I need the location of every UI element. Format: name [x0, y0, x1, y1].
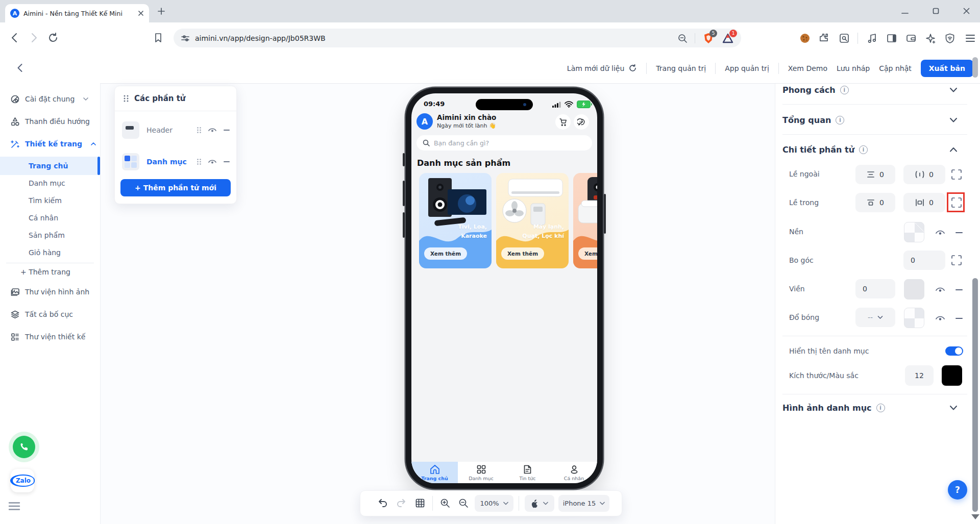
shadow-color-swatch[interactable] — [904, 308, 924, 328]
cart-button[interactable] — [555, 114, 571, 130]
browser-tab[interactable]: A Aimini - Nền tảng Thiết Kế Mini — [5, 4, 149, 22]
radius-expand-icon[interactable] — [951, 255, 962, 266]
back-icon[interactable] — [9, 32, 20, 43]
sidebar-menu-icon[interactable] — [8, 502, 20, 511]
help-button[interactable]: ? — [948, 480, 967, 500]
border-color-swatch[interactable] — [904, 279, 924, 300]
category-card[interactable]: bếp, Xem thêm — [573, 173, 597, 268]
drag-handle-icon[interactable] — [123, 94, 129, 103]
view-demo-link[interactable]: Xem Demo — [788, 64, 827, 72]
sidebar-toggle-icon[interactable] — [886, 33, 897, 44]
device-selector-dropdown[interactable]: iPhone 15 — [558, 495, 609, 512]
zoom-level-dropdown[interactable]: 100% — [475, 495, 513, 512]
undo-icon[interactable] — [378, 498, 388, 508]
zalo-widget[interactable]: Zalo — [11, 469, 34, 492]
zoom-page-icon[interactable] — [677, 33, 688, 43]
padding-vertical-input[interactable]: 0 — [855, 193, 895, 212]
margin-expand-icon[interactable] — [951, 169, 962, 180]
visibility-eye-icon[interactable] — [935, 229, 945, 236]
visibility-eye-icon[interactable] — [208, 127, 217, 134]
background-color-swatch[interactable] — [904, 222, 924, 242]
show-category-name-toggle[interactable] — [945, 346, 963, 356]
nav-item-home[interactable]: Trang chủ — [411, 462, 458, 483]
window-close-icon[interactable] — [963, 7, 970, 15]
add-page-button[interactable]: + Thêm trang — [0, 263, 100, 281]
grid-view-icon[interactable] — [415, 498, 425, 508]
sidebar-page-home[interactable]: Trang chủ — [0, 157, 100, 174]
music-icon[interactable] — [867, 33, 878, 44]
url-text[interactable]: aimini.vn/app/design-app/Jb05R3WB — [195, 34, 326, 42]
redo-icon[interactable] — [396, 498, 406, 508]
scrollbar-down-arrow[interactable] — [971, 514, 979, 519]
chevron-down-icon[interactable] — [949, 405, 958, 411]
phone-call-fab[interactable] — [13, 436, 35, 458]
window-minimize-icon[interactable] — [901, 8, 909, 15]
remove-minus-icon[interactable] — [955, 229, 963, 237]
extensions-puzzle-icon[interactable] — [819, 33, 830, 44]
visibility-eye-icon[interactable] — [208, 158, 217, 165]
chevron-down-icon[interactable] — [949, 117, 958, 123]
sidebar-page-products[interactable]: Sản phẩm — [0, 227, 100, 244]
add-element-button[interactable]: + Thêm phần tử mới — [120, 179, 231, 196]
font-size-input[interactable]: 12 — [905, 365, 934, 386]
remove-minus-icon[interactable] — [223, 158, 230, 165]
sidebar-item-all-layouts[interactable]: Tất cả bố cục — [0, 306, 100, 323]
sidebar-item-navigation-bar[interactable]: Thanh điều hướng — [0, 113, 100, 130]
bookmark-icon[interactable] — [153, 32, 163, 43]
sidebar-item-design-library[interactable]: Thư viện thiết kế — [0, 328, 100, 345]
category-card[interactable]: Máy lạnh, Quạt, Lọc khí Xem thêm — [496, 173, 569, 268]
scrollbar-thumb[interactable] — [972, 278, 978, 512]
chevron-up-icon[interactable] — [949, 147, 958, 153]
refresh-data-button[interactable]: Làm mới dữ liệu — [567, 64, 638, 72]
remove-minus-icon[interactable] — [955, 314, 963, 322]
brave-shield-icon[interactable]: 5 — [702, 32, 715, 44]
zoom-in-icon[interactable] — [440, 498, 450, 508]
update-button[interactable]: Cập nhật — [879, 64, 912, 72]
element-row-categories[interactable]: Danh mục — [115, 148, 236, 175]
publish-button[interactable]: Xuất bản — [921, 60, 973, 77]
text-color-swatch[interactable] — [942, 365, 962, 386]
sidebar-item-page-design[interactable]: Thiết kế trang — [0, 135, 100, 153]
nav-item-categories[interactable]: Danh mục — [458, 462, 504, 483]
border-width-input[interactable]: 0 — [855, 279, 895, 298]
url-bar[interactable]: aimini.vn/app/design-app/Jb05R3WB 5 1 — [174, 29, 741, 47]
reload-icon[interactable] — [47, 32, 59, 43]
window-maximize-icon[interactable] — [932, 7, 940, 15]
forward-icon[interactable] — [28, 32, 39, 43]
see-more-button[interactable]: Xem thêm — [501, 247, 544, 260]
tab-close-icon[interactable] — [138, 10, 144, 16]
os-selector-dropdown[interactable] — [525, 495, 554, 512]
section-category-images[interactable]: Hình ảnh danh mụci — [782, 403, 885, 413]
wallet-icon[interactable] — [905, 33, 917, 44]
section-element-detail[interactable]: Chi tiết phần tửi — [782, 145, 868, 155]
radius-input[interactable]: 0 — [903, 251, 945, 270]
remove-minus-icon[interactable] — [955, 286, 963, 294]
app-back-icon[interactable] — [15, 63, 26, 73]
site-settings-icon[interactable] — [181, 34, 190, 43]
cookie-icon[interactable] — [799, 33, 811, 44]
chevron-down-icon[interactable] — [949, 87, 958, 93]
section-style[interactable]: Phong cáchi — [782, 85, 849, 95]
admin-app-link[interactable]: App quản trị — [725, 64, 769, 72]
padding-horizontal-input[interactable]: 0 — [903, 193, 945, 212]
admin-page-link[interactable]: Trang quản trị — [656, 64, 706, 72]
sidebar-item-image-library[interactable]: Thư viện hình ảnh — [0, 283, 100, 301]
remove-minus-icon[interactable] — [223, 127, 230, 134]
category-card[interactable]: Tivi, Loa, Karaoke Xem thêm — [419, 173, 492, 268]
margin-horizontal-input[interactable]: 0 — [903, 165, 945, 184]
sidebar-page-categories[interactable]: Danh mục — [0, 174, 100, 192]
sidebar-page-profile[interactable]: Cá nhân — [0, 209, 100, 227]
save-draft-button[interactable]: Lưu nháp — [837, 64, 870, 72]
sidebar-page-search[interactable]: Tìm kiếm — [0, 192, 100, 209]
search-box-icon[interactable] — [839, 33, 850, 44]
visibility-eye-icon[interactable] — [935, 286, 945, 293]
chat-button[interactable] — [574, 114, 589, 130]
nav-item-news[interactable]: Tin tức — [504, 462, 551, 483]
shadow-dropdown[interactable]: -- — [855, 308, 895, 327]
vpn-shield-icon[interactable] — [944, 33, 955, 44]
visibility-eye-icon[interactable] — [935, 314, 945, 322]
triangle-extension-icon[interactable]: 1 — [722, 32, 734, 44]
sidebar-item-general-settings[interactable]: Cài đặt chung — [0, 90, 100, 108]
element-row-header[interactable]: Header — [115, 117, 236, 143]
nav-item-profile[interactable]: Cá nhân — [551, 462, 597, 483]
